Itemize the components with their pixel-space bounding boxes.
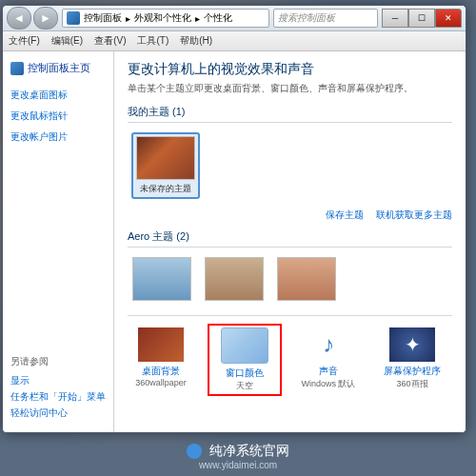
window-color-icon bbox=[221, 327, 268, 364]
save-theme-link[interactable]: 保存主题 bbox=[326, 209, 364, 220]
breadcrumb[interactable]: 外观和个性化 bbox=[134, 11, 191, 25]
sidebar-link-account-pic[interactable]: 更改帐户图片 bbox=[10, 130, 106, 144]
control-panel-window: ◄ ► 控制面板 ▸ 外观和个性化 ▸ 个性化 搜索控制面板 ─ ☐ ✕ 文件(… bbox=[2, 5, 466, 433]
theme-thumbnail bbox=[132, 257, 191, 301]
wallpaper-icon bbox=[138, 327, 184, 362]
sidebar-link-desktop-icons[interactable]: 更改桌面图标 bbox=[10, 89, 106, 102]
breadcrumb[interactable]: 个性化 bbox=[204, 11, 232, 25]
page-subtitle: 单击某个主题立即更改桌面背景、窗口颜色、声音和屏幕保护程序。 bbox=[128, 82, 452, 95]
desktop-background-item[interactable]: 桌面背景 360wallpaper bbox=[128, 327, 194, 392]
forward-button[interactable]: ► bbox=[33, 7, 58, 30]
sidebar-link-access[interactable]: 轻松访问中心 bbox=[10, 407, 106, 420]
control-panel-home[interactable]: 控制面板主页 bbox=[10, 61, 106, 75]
minimize-button[interactable]: ─ bbox=[382, 9, 408, 28]
theme-aero-3[interactable] bbox=[276, 257, 337, 304]
menu-file[interactable]: 文件(F) bbox=[9, 34, 40, 48]
back-button[interactable]: ◄ bbox=[7, 7, 31, 30]
menu-view[interactable]: 查看(V) bbox=[94, 34, 126, 48]
window-color-item[interactable]: 窗口颜色 天空 bbox=[211, 327, 278, 392]
theme-thumbnail bbox=[136, 136, 195, 180]
menu-edit[interactable]: 编辑(E) bbox=[51, 34, 83, 48]
screensaver-item[interactable]: ✦ 屏幕保护程序 360画报 bbox=[379, 327, 446, 392]
sound-item[interactable]: ♪ 声音 Windows 默认 bbox=[295, 327, 362, 392]
menu-bar: 文件(F) 编辑(E) 查看(V) 工具(T) 帮助(H) bbox=[3, 31, 466, 51]
page-title: 更改计算机上的视觉效果和声音 bbox=[128, 61, 452, 78]
screensaver-icon: ✦ bbox=[389, 327, 435, 362]
section-aero-themes: Aero 主题 (2) bbox=[128, 229, 452, 248]
main-content: 更改计算机上的视觉效果和声音 单击某个主题立即更改桌面背景、窗口颜色、声音和屏幕… bbox=[114, 51, 466, 432]
theme-thumbnail bbox=[205, 257, 264, 301]
watermark: 纯净系统官网 www.yidaimei.com bbox=[0, 443, 476, 470]
get-more-themes-link[interactable]: 联机获取更多主题 bbox=[376, 209, 452, 220]
breadcrumb[interactable]: 控制面板 bbox=[84, 11, 122, 25]
sidebar-link-display[interactable]: 显示 bbox=[10, 374, 106, 387]
see-also-label: 另请参阅 bbox=[10, 355, 106, 368]
menu-help[interactable]: 帮助(H) bbox=[180, 34, 212, 48]
sound-icon: ♪ bbox=[306, 327, 351, 362]
sidebar: 控制面板主页 更改桌面图标 更改鼠标指针 更改帐户图片 另请参阅 显示 任务栏和… bbox=[3, 51, 114, 432]
theme-thumbnail bbox=[277, 257, 336, 301]
titlebar: ◄ ► 控制面板 ▸ 外观和个性化 ▸ 个性化 搜索控制面板 ─ ☐ ✕ bbox=[3, 6, 466, 31]
watermark-icon bbox=[187, 444, 202, 459]
sidebar-link-taskbar[interactable]: 任务栏和「开始」菜单 bbox=[10, 390, 106, 404]
theme-aero-2[interactable] bbox=[204, 257, 265, 304]
section-my-themes: 我的主题 (1) bbox=[128, 105, 452, 123]
theme-aero-1[interactable] bbox=[131, 257, 192, 304]
search-input[interactable]: 搜索控制面板 bbox=[273, 9, 378, 28]
menu-tools[interactable]: 工具(T) bbox=[137, 34, 169, 48]
control-panel-icon bbox=[10, 62, 24, 75]
close-button[interactable]: ✕ bbox=[435, 9, 462, 28]
theme-unsaved[interactable]: 未保存的主题 bbox=[131, 132, 200, 199]
address-bar[interactable]: 控制面板 ▸ 外观和个性化 ▸ 个性化 bbox=[62, 9, 269, 28]
sidebar-link-mouse[interactable]: 更改鼠标指针 bbox=[10, 109, 106, 123]
maximize-button[interactable]: ☐ bbox=[408, 9, 435, 28]
control-panel-icon bbox=[67, 11, 80, 25]
